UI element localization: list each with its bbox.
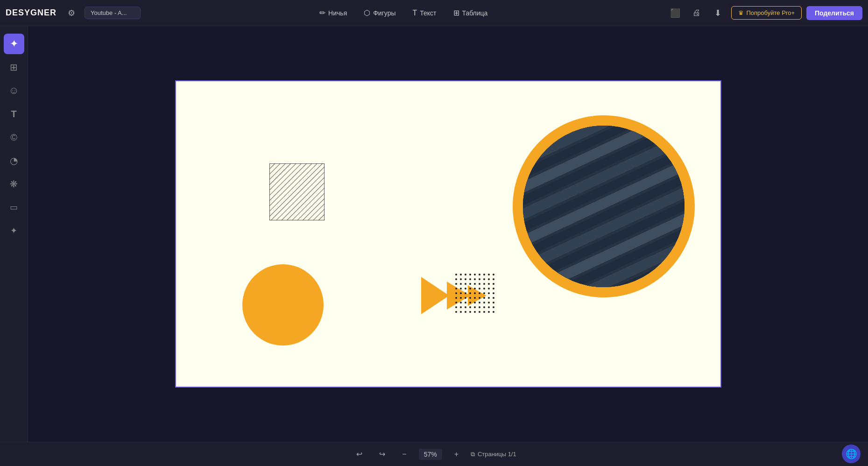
svg-marker-3	[421, 277, 449, 314]
effects-icon: ❋	[10, 178, 18, 190]
sidebar: ✦ ⊞ ☺ T © ◔ ❋ ▭ ✦	[0, 26, 28, 442]
text-sidebar-icon: T	[11, 109, 16, 120]
topbar-right: ⬛ 🖨 ⬇ ♛ Попробуйте Pro+ Поделиться	[667, 5, 863, 21]
settings-button[interactable]: ⚙	[64, 6, 79, 21]
main-area: ✦ ⊞ ☺ T © ◔ ❋ ▭ ✦	[0, 26, 868, 442]
sidebar-item-elements[interactable]: ⊞	[4, 57, 24, 78]
niche-icon: ✏	[319, 8, 325, 17]
orange-circle[interactable]	[242, 264, 324, 346]
text-tool-button[interactable]: T Текст	[406, 6, 443, 21]
text-icon: T	[412, 9, 417, 17]
pages-info: ⧉ Страницы 1/1	[471, 451, 516, 458]
logo-icon: ©	[10, 132, 17, 143]
crown-icon: ♛	[738, 9, 744, 16]
text-label: Текст	[420, 9, 436, 17]
pro-button[interactable]: ♛ Попробуйте Pro+	[731, 6, 802, 20]
app-logo: DESYGNER	[6, 8, 56, 18]
table-tool-button[interactable]: ⊞ Таблица	[447, 5, 494, 21]
svg-rect-7	[454, 272, 496, 314]
ai-icon: ✦	[10, 38, 18, 50]
pages-icon: ⧉	[471, 451, 475, 458]
shapes-icon: ⬡	[364, 8, 370, 17]
share-button[interactable]: Поделиться	[806, 6, 862, 20]
niche-tool-button[interactable]: ✏ Ничья	[313, 5, 353, 21]
photo-inner	[523, 126, 685, 287]
bottombar: ↩ ↪ − 57% + ⧉ Страницы 1/1 🌐	[0, 442, 868, 466]
dot-pattern	[454, 272, 496, 314]
svg-rect-25	[523, 126, 685, 287]
video-icon: ▭	[10, 202, 18, 212]
shapes-label: Фигуры	[373, 9, 395, 17]
sidebar-item-apps[interactable]: ✦	[4, 220, 24, 241]
sidebar-item-video[interactable]: ▭	[4, 197, 24, 218]
hatched-rectangle[interactable]	[269, 163, 325, 220]
table-label: Таблица	[462, 9, 488, 17]
table-icon: ⊞	[453, 8, 459, 17]
user-avatar-button[interactable]: 🌐	[842, 445, 861, 463]
sidebar-item-effects[interactable]: ❋	[4, 174, 24, 194]
apps-icon: ✦	[10, 226, 17, 236]
zoom-value[interactable]: 57%	[419, 449, 442, 460]
sidebar-item-logo[interactable]: ©	[4, 127, 24, 148]
avatar-icon: 🌐	[846, 448, 857, 459]
zoom-out-button[interactable]: −	[397, 447, 411, 461]
topbar: DESYGNER ⚙ Youtube - A... ✏ Ничья ⬡ Фигу…	[0, 0, 868, 26]
shapes-tool-button[interactable]: ⬡ Фигуры	[357, 5, 402, 21]
sidebar-item-text[interactable]: T	[4, 104, 24, 124]
canvas[interactable]	[176, 81, 720, 387]
preview-button[interactable]: ⬛	[667, 5, 684, 21]
sidebar-item-photos[interactable]: ☺	[4, 80, 24, 101]
sidebar-item-history[interactable]: ◔	[4, 150, 24, 171]
pro-label: Попробуйте Pro+	[747, 9, 795, 16]
download-button[interactable]: ⬇	[710, 5, 727, 21]
svg-rect-2	[269, 163, 325, 220]
redo-button[interactable]: ↪	[374, 447, 390, 461]
photos-icon: ☺	[8, 85, 19, 97]
zoom-in-button[interactable]: +	[450, 447, 463, 461]
undo-button[interactable]: ↩	[352, 447, 367, 461]
photo-circle	[523, 126, 685, 287]
canvas-area[interactable]	[28, 26, 868, 442]
niche-label: Ничья	[328, 9, 347, 17]
history-icon: ◔	[10, 155, 18, 166]
sidebar-item-ai[interactable]: ✦	[4, 34, 24, 54]
elements-icon: ⊞	[10, 62, 18, 73]
toolbar-center: ✏ Ничья ⬡ Фигуры T Текст ⊞ Таблица	[146, 5, 661, 21]
document-name[interactable]: Youtube - A...	[85, 7, 141, 19]
photo-circle-container[interactable]	[513, 115, 695, 297]
pages-label: Страницы 1/1	[478, 451, 516, 458]
print-button[interactable]: 🖨	[688, 5, 705, 21]
canvas-wrapper	[175, 80, 721, 388]
